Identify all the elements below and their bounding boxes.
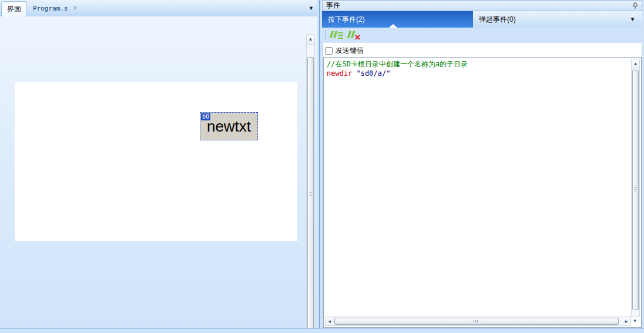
event-toolbar	[322, 28, 642, 43]
tab-release-event-label: 弹起事件(0)	[479, 15, 516, 23]
tab-list-caret-icon[interactable]: ▼	[308, 5, 314, 11]
scroll-up-icon[interactable]: ▲	[632, 59, 639, 69]
code-lines: //在SD卡根目录中创建一个名称为a的子目录 newdir "sd0/a/"	[327, 59, 468, 78]
widget-button-label: newtxt	[207, 117, 251, 136]
event-code-editor[interactable]: //在SD卡根目录中创建一个名称为a的子目录 newdir "sd0/a/" ▲…	[323, 57, 642, 328]
widget-id-badge: b0	[201, 113, 210, 120]
send-key-checkbox-row: 发送键值	[325, 45, 364, 56]
scrollbar-grip	[310, 192, 311, 197]
design-canvas[interactable]: b0 newtxt ▲ ▼ ◄ ►	[0, 16, 317, 328]
vertical-scrollbar-thumb[interactable]	[632, 70, 639, 310]
code-string: "sd0/a/"	[352, 69, 390, 78]
scroll-left-icon[interactable]: ◄	[326, 317, 334, 325]
app-window: 界面 Program.s × ▼ b0 newtxt ▲ ▼ ◄ ►	[0, 0, 644, 333]
tab-release-event[interactable]: 弹起事件(0)	[473, 11, 642, 28]
toolbar-drag-grip[interactable]	[325, 30, 326, 41]
editor-vertical-scrollbar[interactable]: ▲	[631, 59, 640, 317]
panel-splitter[interactable]	[317, 0, 322, 333]
tab-press-event-label: 按下事件(2)	[328, 15, 365, 23]
events-panel-title: 事件	[326, 1, 632, 11]
comment-lines-icon[interactable]	[329, 30, 344, 41]
canvas-vertical-scrollbar[interactable]: ▲	[306, 34, 315, 333]
pin-icon[interactable]	[632, 2, 638, 9]
scrollbar-grip	[635, 187, 636, 193]
scrollbar-grip	[474, 320, 479, 322]
events-panel-header: 事件	[322, 0, 642, 11]
horizontal-scrollbar-thumb[interactable]	[334, 318, 619, 325]
tab-interface[interactable]: 界面	[1, 1, 27, 16]
code-keyword: newdir	[327, 69, 352, 78]
vertical-scrollbar-thumb[interactable]	[307, 57, 314, 333]
send-key-checkbox-label: 发送键值	[336, 46, 364, 56]
comment-delete-icon[interactable]	[347, 30, 362, 41]
canvas-button-widget[interactable]: b0 newtxt	[200, 112, 258, 140]
editor-horizontal-scrollbar[interactable]: ◄ ►	[325, 317, 631, 326]
design-page[interactable]: b0 newtxt	[15, 82, 297, 241]
tab-program-s[interactable]: Program.s	[33, 5, 68, 12]
scroll-down-icon[interactable]: ▼	[630, 317, 639, 325]
left-tab-bar: 界面 Program.s × ▼	[0, 0, 317, 16]
send-key-checkbox[interactable]	[325, 47, 333, 55]
window-bottom-strip	[0, 328, 644, 333]
scroll-up-icon[interactable]: ▲	[307, 35, 314, 45]
event-tabs-caret-icon[interactable]: ▼	[630, 16, 635, 22]
code-comment-line: //在SD卡根目录中创建一个名称为a的子目录	[327, 60, 468, 68]
scroll-right-icon[interactable]: ►	[622, 317, 630, 325]
close-tab-icon[interactable]: ×	[73, 4, 78, 12]
tab-press-event[interactable]: 按下事件(2)	[322, 11, 473, 28]
